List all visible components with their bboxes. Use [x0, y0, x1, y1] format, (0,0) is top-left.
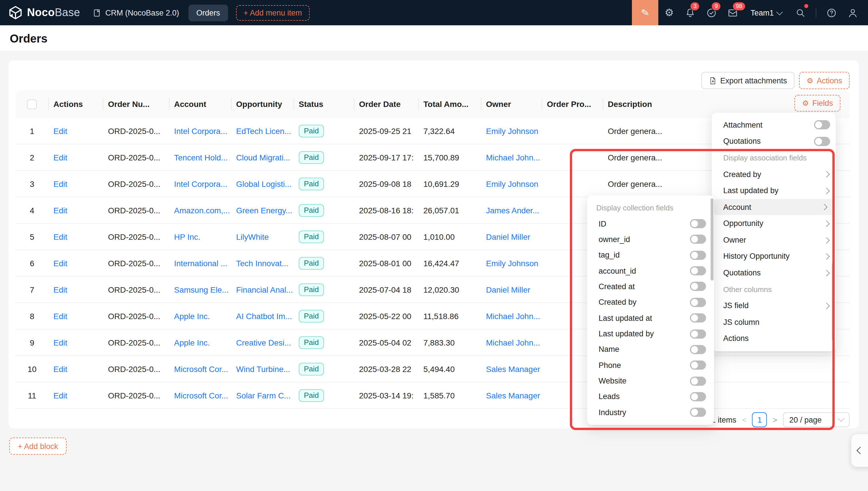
edit-link[interactable]: Edit	[49, 391, 103, 400]
column-header-order-date[interactable]: Order Date	[354, 90, 419, 118]
owner-link[interactable]: Michael John...	[482, 311, 542, 320]
search-button[interactable]	[790, 0, 811, 25]
column-header-opportunity[interactable]: Opportunity	[231, 90, 294, 118]
account-link[interactable]: Intel Corpora...	[169, 126, 231, 136]
account-link[interactable]: Apple Inc.	[169, 338, 231, 347]
opportunity-link[interactable]: AI Chatbot Im...	[231, 311, 294, 320]
actions-button[interactable]: ⚙ Actions	[799, 72, 849, 89]
collection-field-last-updated-by[interactable]: Last updated by	[587, 326, 714, 342]
toggle-switch-off[interactable]	[690, 298, 706, 307]
opportunity-link[interactable]: Creative Desi...	[231, 338, 294, 347]
account-link[interactable]: Microsoft Cor...	[169, 391, 231, 400]
collection-field-id[interactable]: ID	[587, 216, 714, 232]
collection-field-website[interactable]: Website	[587, 373, 714, 389]
drawer-collapse-handle[interactable]	[851, 434, 868, 467]
column-header-actions[interactable]: Actions	[49, 90, 103, 118]
edit-link[interactable]: Edit	[49, 364, 103, 373]
account-link[interactable]: Microsoft Cor...	[169, 364, 231, 373]
edit-link[interactable]: Edit	[49, 126, 103, 136]
fields-menu-item-js-column[interactable]: JS column	[712, 314, 836, 330]
collection-menu-scrollbar[interactable]	[711, 198, 713, 281]
collection-field-account-id[interactable]: account_id	[587, 263, 714, 279]
collection-field-tag-id[interactable]: tag_id	[587, 247, 714, 263]
opportunity-link[interactable]: Global Logisti...	[231, 179, 294, 188]
owner-link[interactable]: Sales Manager	[482, 364, 542, 373]
collection-field-name[interactable]: Name	[587, 342, 714, 357]
opportunity-link[interactable]: Solar Farm C...	[231, 391, 294, 400]
account-link[interactable]: Amazon.com,...	[169, 206, 231, 215]
opportunity-link[interactable]: Cloud Migrati...	[231, 153, 294, 162]
owner-link[interactable]: Emily Johnson	[482, 126, 542, 136]
edit-link[interactable]: Edit	[49, 153, 103, 162]
next-page-button[interactable]: >	[773, 415, 777, 424]
owner-link[interactable]: Daniel Miller	[482, 285, 542, 294]
toggle-switch-off[interactable]	[690, 282, 706, 291]
collection-field-phone[interactable]: Phone	[587, 357, 714, 373]
opportunity-link[interactable]: LilyWhite	[231, 232, 294, 241]
nocobase-logo[interactable]: NocoBase	[0, 5, 80, 20]
collection-field-created-at[interactable]: Created at	[587, 279, 714, 295]
messages-button[interactable]: 98	[722, 0, 744, 25]
collection-field-last-updated-at[interactable]: Last updated at	[587, 310, 714, 326]
column-header-order-pro[interactable]: Order Pro...	[542, 90, 603, 118]
column-header-account[interactable]: Account	[169, 90, 231, 118]
page-number-1[interactable]: 1	[752, 412, 767, 427]
edit-link[interactable]: Edit	[49, 311, 103, 320]
account-link[interactable]: Samsung Ele...	[169, 285, 231, 294]
export-attachments-button[interactable]: Export attachments	[702, 72, 795, 89]
toggle-switch-off[interactable]	[690, 361, 706, 370]
edit-link[interactable]: Edit	[49, 179, 103, 188]
owner-link[interactable]: Michael John...	[482, 153, 542, 162]
column-header-owner[interactable]: Owner	[482, 90, 542, 118]
team-switcher[interactable]: Team1	[750, 8, 782, 17]
fields-menu-item-account[interactable]: Account	[714, 199, 834, 215]
toggle-switch-off[interactable]	[690, 235, 706, 244]
edit-link[interactable]: Edit	[49, 232, 103, 241]
workspace-switcher[interactable]: CRM (NocoBase 2.0)	[93, 8, 179, 17]
toggle-switch-off[interactable]	[690, 266, 706, 276]
toggle-switch-off[interactable]	[690, 219, 706, 228]
fields-menu-item-attachment[interactable]: Attachment	[712, 117, 836, 133]
fields-menu-item-opportunity[interactable]: Opportunity	[712, 215, 836, 232]
toggle-switch-off[interactable]	[690, 376, 706, 385]
toggle-switch-off[interactable]	[690, 392, 706, 401]
collection-field-created-by[interactable]: Created by	[587, 294, 714, 310]
ui-editor-button[interactable]: ✎	[632, 0, 659, 25]
toggle-switch-off[interactable]	[690, 251, 706, 260]
edit-link[interactable]: Edit	[49, 258, 103, 268]
edit-link[interactable]: Edit	[49, 338, 103, 347]
fields-menu-item-quotations[interactable]: Quotations	[712, 264, 836, 281]
toggle-switch-off[interactable]	[690, 313, 706, 322]
fields-menu-item-js-field[interactable]: JS field	[712, 297, 836, 314]
add-menu-item-button[interactable]: + Add menu item	[236, 5, 309, 21]
column-header-status[interactable]: Status	[294, 90, 354, 118]
add-block-button[interactable]: + Add block	[9, 437, 67, 455]
opportunity-link[interactable]: EdTech Licen...	[231, 126, 294, 136]
edit-link[interactable]: Edit	[49, 206, 103, 215]
collection-field-owner-id[interactable]: owner_id	[587, 231, 714, 247]
fields-menu-item-history-opportunity[interactable]: History Opportunity	[712, 248, 836, 264]
toggle-switch-off[interactable]	[690, 345, 706, 354]
toggle-switch-off[interactable]	[814, 120, 830, 129]
account-link[interactable]: International ...	[169, 258, 231, 268]
tasks-button[interactable]: 9	[701, 0, 722, 25]
opportunity-link[interactable]: Tech Innovat...	[231, 258, 294, 268]
select-all-checkbox[interactable]	[27, 99, 37, 109]
owner-link[interactable]: Michael John...	[482, 338, 542, 347]
edit-link[interactable]: Edit	[49, 285, 103, 294]
owner-link[interactable]: Emily Johnson	[482, 179, 542, 188]
account-link[interactable]: Apple Inc.	[169, 311, 231, 320]
nav-tab-orders[interactable]: Orders	[188, 4, 228, 21]
opportunity-link[interactable]: Financial Anal...	[231, 285, 294, 294]
owner-link[interactable]: James Ander...	[482, 206, 542, 215]
owner-link[interactable]: Emily Johnson	[482, 258, 542, 268]
opportunity-link[interactable]: Wind Turbine...	[231, 364, 294, 373]
notifications-button[interactable]: 3	[680, 0, 701, 25]
collection-field-industry[interactable]: Industry	[587, 404, 714, 420]
fields-menu-item-created-by[interactable]: Created by	[712, 166, 836, 182]
column-header-total-amo[interactable]: Total Amo...	[419, 90, 482, 118]
account-link[interactable]: HP Inc.	[169, 232, 231, 241]
fields-button[interactable]: ⚙ Fields	[795, 95, 840, 112]
fields-menu-item-quotations[interactable]: Quotations	[712, 133, 836, 149]
toggle-switch-off[interactable]	[690, 329, 706, 338]
